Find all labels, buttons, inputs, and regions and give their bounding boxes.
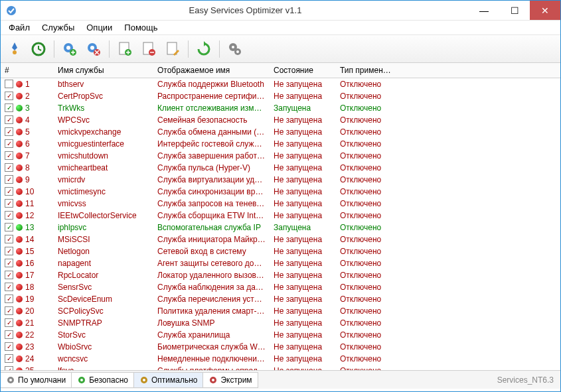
cell-service-name: WbioSrvc bbox=[54, 341, 153, 353]
col-display-name[interactable]: Отображаемое имя bbox=[153, 63, 270, 78]
profile-optimal[interactable]: Оптимально bbox=[133, 372, 204, 388]
table-row[interactable]: ✓6vmicguestinterfaceИнтерфейс гостевой с… bbox=[1, 138, 560, 150]
profile-default[interactable]: По умолчани bbox=[0, 372, 72, 388]
table-row[interactable]: ✓8vmicheartbeatСлужба пульса (Hyper-V)Не… bbox=[1, 162, 560, 174]
table-row[interactable]: ✓5vmickvpexchangeСлужба обмена данными (… bbox=[1, 126, 560, 138]
cell-state: Не запущена bbox=[270, 198, 336, 210]
col-service-name[interactable]: Имя службы bbox=[54, 63, 153, 78]
gear-icon bbox=[208, 375, 218, 385]
window-controls: — ☐ ✕ bbox=[469, 1, 560, 20]
svg-point-7 bbox=[90, 46, 94, 50]
table-row[interactable]: ✓19ScDeviceEnumСлужба перечисления устро… bbox=[1, 293, 560, 305]
cell-state: Не запущена bbox=[270, 317, 336, 329]
toolbar-gear-remove-button[interactable] bbox=[84, 39, 104, 59]
row-checkbox[interactable]: ✓ bbox=[5, 235, 13, 243]
toolbar-doc-remove-button[interactable] bbox=[139, 39, 159, 59]
cell-display-name: Распространение сертификата bbox=[153, 90, 270, 102]
toolbar-gear-add-button[interactable] bbox=[60, 39, 80, 59]
table-row[interactable]: ✓25lfsvcСлужбы платформы определ…Не запу… bbox=[1, 365, 560, 371]
cell-state: Не запущена bbox=[270, 126, 336, 138]
toolbar-clock-button[interactable] bbox=[29, 39, 48, 59]
menu-services[interactable]: Службы bbox=[37, 21, 80, 34]
table-row[interactable]: 1bthservСлужба поддержки BluetoothНе зап… bbox=[1, 78, 560, 90]
row-checkbox[interactable]: ✓ bbox=[5, 247, 13, 255]
table-row[interactable]: ✓21SNMPTRAPЛовушка SNMPНе запущенаОтключ… bbox=[1, 317, 560, 329]
row-number: 19 bbox=[25, 294, 34, 304]
cell-service-name: vmicrdv bbox=[54, 174, 153, 186]
table-row[interactable]: ✓24wcncsvcНемедленные подключения …Не за… bbox=[1, 353, 560, 365]
cell-service-name: StorSvc bbox=[54, 329, 153, 341]
table-row[interactable]: ✓16napagentАгент защиты сетевого дост…Не… bbox=[1, 257, 560, 269]
row-checkbox[interactable]: ✓ bbox=[5, 366, 13, 370]
cell-display-name: Ловушка SNMP bbox=[153, 317, 270, 329]
table-row[interactable]: ✓9vmicrdvСлужба виртуализации удал…Не за… bbox=[1, 174, 560, 186]
cell-service-name: WPCSvc bbox=[54, 114, 153, 126]
cell-display-name: Служба хранилища bbox=[153, 329, 270, 341]
menu-help[interactable]: Помощь bbox=[119, 21, 163, 34]
status-dot-icon bbox=[16, 81, 23, 88]
row-checkbox[interactable]: ✓ bbox=[5, 223, 13, 231]
profile-extreme[interactable]: Экстрим bbox=[202, 372, 258, 388]
row-checkbox[interactable]: ✓ bbox=[5, 92, 13, 100]
service-table-wrap[interactable]: # Имя службы Отображаемое имя Состояние … bbox=[1, 63, 560, 370]
row-number: 18 bbox=[25, 283, 34, 292]
toolbar-doc-edit-button[interactable] bbox=[163, 39, 183, 59]
row-checkbox[interactable]: ✓ bbox=[5, 151, 13, 160]
row-checkbox[interactable]: ✓ bbox=[5, 259, 13, 267]
row-checkbox[interactable]: ✓ bbox=[5, 175, 13, 184]
cell-state: Не запущена bbox=[270, 78, 336, 90]
row-checkbox[interactable]: ✓ bbox=[5, 283, 13, 291]
cell-state: Не запущена bbox=[270, 245, 336, 257]
row-checkbox[interactable]: ✓ bbox=[5, 199, 13, 208]
toolbar-settings-button[interactable] bbox=[225, 39, 245, 59]
row-checkbox[interactable]: ✓ bbox=[5, 211, 13, 220]
row-checkbox[interactable] bbox=[5, 80, 13, 88]
table-row[interactable]: ✓7vmicshutdownСлужба завершения работы …… bbox=[1, 150, 560, 162]
toolbar-rocket-button[interactable] bbox=[5, 39, 25, 59]
profile-safe[interactable]: Безопасно bbox=[71, 372, 134, 388]
row-checkbox[interactable]: ✓ bbox=[5, 330, 13, 339]
toolbar-separator bbox=[54, 40, 54, 58]
table-row[interactable]: ✓15NetlogonСетевой вход в системуНе запу… bbox=[1, 245, 560, 257]
table-row[interactable]: ✓18SensrSvcСлужба наблюдения за датч…Не … bbox=[1, 281, 560, 293]
row-checkbox[interactable]: ✓ bbox=[5, 103, 13, 112]
maximize-button[interactable]: ☐ bbox=[499, 1, 530, 20]
row-checkbox[interactable]: ✓ bbox=[5, 342, 13, 351]
table-row[interactable]: ✓20SCPolicySvcПолитика удаления смарт-ка… bbox=[1, 305, 560, 317]
table-row[interactable]: ✓3TrkWksКлиент отслеживания измени…Запущ… bbox=[1, 102, 560, 114]
row-checkbox[interactable]: ✓ bbox=[5, 163, 13, 172]
col-number[interactable]: # bbox=[1, 63, 54, 78]
row-checkbox[interactable]: ✓ bbox=[5, 354, 13, 363]
row-checkbox[interactable]: ✓ bbox=[5, 271, 13, 279]
toolbar-doc-add-button[interactable] bbox=[115, 39, 135, 59]
table-row[interactable]: ✓13iphlpsvcВспомогательная служба IPЗапу… bbox=[1, 222, 560, 233]
table-row[interactable]: ✓17RpcLocatorЛокатор удаленного вызова …… bbox=[1, 269, 560, 281]
row-checkbox[interactable]: ✓ bbox=[5, 294, 13, 303]
cell-apply: Отключено bbox=[336, 293, 560, 305]
menu-options[interactable]: Опции bbox=[81, 21, 118, 34]
col-apply-type[interactable]: Тип примен… bbox=[336, 63, 560, 78]
minimize-button[interactable]: — bbox=[469, 1, 499, 20]
cell-apply: Отключено bbox=[336, 126, 560, 138]
table-row[interactable]: ✓22StorSvcСлужба хранилищаНе запущенаОтк… bbox=[1, 329, 560, 341]
table-row[interactable]: ✓12IEEtwCollectorServiceСлужба сборщика … bbox=[1, 210, 560, 222]
table-row[interactable]: ✓2CertPropSvcРаспространение сертификата… bbox=[1, 90, 560, 102]
col-state[interactable]: Состояние bbox=[270, 63, 336, 78]
row-checkbox[interactable]: ✓ bbox=[5, 306, 13, 315]
cell-service-name: vmicguestinterface bbox=[54, 138, 153, 150]
cell-apply: Отключено bbox=[336, 102, 560, 114]
toolbar-refresh-button[interactable] bbox=[194, 39, 214, 59]
table-row[interactable]: ✓10vmictimesyncСлужба синхронизации врем… bbox=[1, 186, 560, 198]
row-checkbox[interactable]: ✓ bbox=[5, 187, 13, 196]
table-row[interactable]: ✓14MSiSCSIСлужба инициатора Майкрос…Не з… bbox=[1, 233, 560, 245]
close-button[interactable]: ✕ bbox=[530, 1, 560, 20]
table-row[interactable]: ✓23WbioSrvcБиометрическая служба Wind…Не… bbox=[1, 341, 560, 353]
row-checkbox[interactable]: ✓ bbox=[5, 115, 13, 124]
row-checkbox[interactable]: ✓ bbox=[5, 139, 13, 148]
table-row[interactable]: ✓11vmicvssСлужба запросов на теневое …Не… bbox=[1, 198, 560, 210]
row-checkbox[interactable]: ✓ bbox=[5, 127, 13, 136]
table-row[interactable]: ✓4WPCSvcСемейная безопасностьНе запущена… bbox=[1, 114, 560, 126]
row-checkbox[interactable]: ✓ bbox=[5, 318, 13, 327]
cell-state: Не запущена bbox=[270, 305, 336, 317]
menu-file[interactable]: Файл bbox=[3, 21, 35, 34]
